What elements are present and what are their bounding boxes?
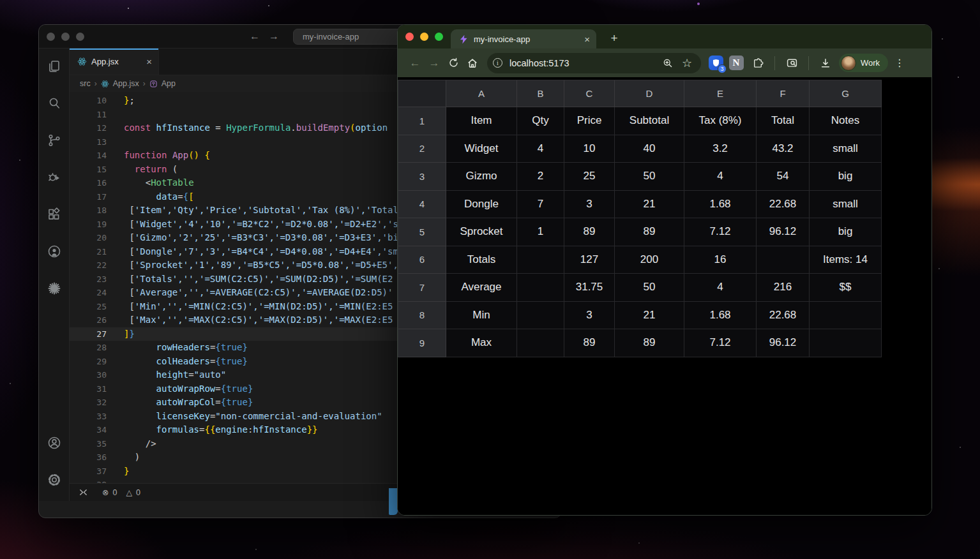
sheet-cell[interactable]: 127 [564,246,615,274]
sheet-cell[interactable] [517,274,564,302]
search-icon[interactable] [44,93,64,114]
forward-icon[interactable]: → [425,54,444,73]
sheet-cell[interactable] [810,329,882,357]
column-header[interactable]: G [810,80,882,107]
sheet-cell[interactable]: 21 [615,302,684,330]
remote-indicator-icon[interactable] [79,488,88,497]
sheet-cell[interactable] [757,246,810,274]
sheet-cell[interactable]: 1.68 [684,302,757,330]
sheet-cell[interactable]: big [810,163,882,191]
extensions-puzzle-icon[interactable] [748,54,767,73]
minimize-window-button[interactable] [420,33,428,41]
sheet-cell[interactable]: 50 [615,163,684,191]
run-debug-icon[interactable] [44,167,64,188]
zoom-window-button[interactable] [435,33,443,41]
sheet-cell[interactable]: 1.68 [684,191,757,219]
sheet-cell[interactable]: Price [564,107,615,135]
zoom-window-button[interactable] [76,33,84,41]
sheet-cell[interactable]: 7.12 [684,218,757,246]
site-info-icon[interactable]: i [491,56,504,70]
sheet-cell[interactable]: Items: 14 [810,246,882,274]
row-header[interactable]: 9 [398,329,446,357]
zoom-page-icon[interactable] [660,54,675,73]
home-icon[interactable] [463,54,482,73]
errors-icon[interactable]: ⊗ [102,488,109,497]
row-header[interactable]: 8 [398,302,446,330]
breadcrumb-root[interactable]: src [80,79,91,88]
notion-extension-icon[interactable]: N [728,55,744,71]
profile-chip[interactable]: Work [839,54,888,72]
source-control-icon[interactable] [44,130,64,151]
sheet-cell[interactable]: 89 [564,329,615,357]
row-header[interactable]: 2 [398,135,446,163]
sheet-cell[interactable]: Gizmo [446,163,517,191]
bookmark-star-icon[interactable]: ☆ [679,54,695,73]
sheet-cell[interactable]: 200 [615,246,684,274]
sheet-cell[interactable]: 54 [757,163,810,191]
row-header[interactable]: 3 [398,163,446,191]
sheet-cell[interactable] [517,329,564,357]
sheet-cell[interactable]: 4 [684,274,757,302]
sheet-cell[interactable]: Notes [810,107,882,135]
sheet-cell[interactable]: big [810,218,882,246]
spreadsheet[interactable]: ABCDEFG1ItemQtyPriceSubtotalTax (8%)Tota… [398,80,882,357]
sheet-cell[interactable]: 3.2 [684,135,757,163]
corner-header-cell[interactable] [398,80,446,107]
history-forward-icon[interactable]: → [269,31,279,42]
close-window-button[interactable] [47,33,55,41]
warnings-count[interactable]: 0 [136,488,140,497]
sheet-cell[interactable]: 1 [517,218,564,246]
browser-menu-icon[interactable]: ⋮ [892,57,907,69]
sheet-cell[interactable]: Subtotal [615,107,684,135]
sheet-cell[interactable]: 25 [564,163,615,191]
sheet-cell[interactable]: Total [757,107,810,135]
row-header[interactable]: 1 [398,107,446,135]
minimize-window-button[interactable] [61,33,70,41]
sheet-cell[interactable]: 89 [564,218,615,246]
warnings-icon[interactable]: △ [126,488,132,497]
sheet-cell[interactable]: 31.75 [564,274,615,302]
sheet-cell[interactable]: 16 [684,246,757,274]
accounts-icon[interactable] [44,433,64,453]
row-header[interactable]: 7 [398,274,446,302]
sheet-cell[interactable]: 50 [615,274,684,302]
sheet-cell[interactable]: 4 [517,135,564,163]
sheet-cell[interactable]: 22.68 [757,302,810,330]
sheet-cell[interactable]: 216 [757,274,810,302]
sheet-cell[interactable]: 3 [564,302,615,330]
row-header[interactable]: 6 [398,246,446,274]
sheet-cell[interactable]: Min [446,302,517,330]
breadcrumb-file[interactable]: App.jsx [113,79,139,88]
sheet-cell[interactable]: 3 [564,191,615,219]
errors-count[interactable]: 0 [112,488,117,497]
new-tab-button[interactable]: + [605,29,624,48]
sheet-cell[interactable]: 89 [615,218,684,246]
address-bar[interactable]: i localhost:5173 ☆ [487,53,701,73]
row-header[interactable]: 4 [398,191,446,219]
sheet-cell[interactable]: 4 [684,163,757,191]
sheet-cell[interactable] [517,302,564,330]
extensions-icon[interactable] [44,204,64,225]
sheet-cell[interactable]: 43.2 [757,135,810,163]
column-header[interactable]: E [684,80,757,107]
reload-icon[interactable] [444,54,463,73]
tab-search-icon[interactable] [782,54,801,73]
sheet-cell[interactable]: small [810,135,882,163]
sheet-cell[interactable]: Average [446,274,517,302]
sheet-cell[interactable]: Max [446,329,517,357]
tab-close-icon[interactable]: × [584,34,590,45]
sheet-cell[interactable]: Qty [517,107,564,135]
tab-appjsx[interactable]: App.jsx × [70,48,159,75]
close-window-button[interactable] [405,33,414,41]
sheet-cell[interactable]: Dongle [446,191,517,219]
column-header[interactable]: A [446,80,517,107]
sheet-cell[interactable]: Widget [446,135,517,163]
sheet-cell[interactable]: 2 [517,163,564,191]
bitwarden-extension-icon[interactable]: 3 [707,55,724,71]
browser-window[interactable]: my-invoice-app × + ← → i localhost:5173 [397,24,932,516]
url-text[interactable]: localhost:5173 [509,58,660,68]
explorer-icon[interactable] [44,56,64,77]
sheet-cell[interactable] [517,246,564,274]
column-header[interactable]: F [757,80,810,107]
tab-close-icon[interactable]: × [146,56,152,67]
